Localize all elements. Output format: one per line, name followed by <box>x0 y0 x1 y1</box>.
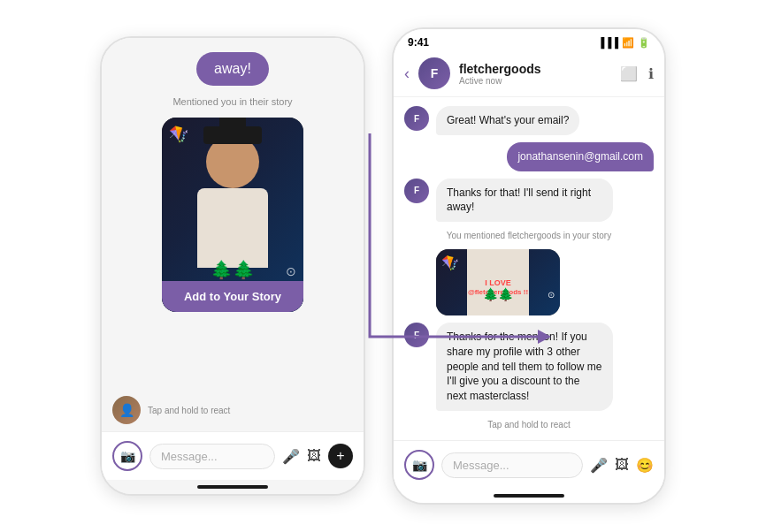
camera-icon[interactable]: 📷 <box>112 441 142 471</box>
right-gallery-icon[interactable]: 🖼 <box>615 457 629 473</box>
msg-avatar: F <box>404 323 429 347</box>
right-sticker-icon[interactable]: 😊 <box>636 457 654 474</box>
person-body <box>197 188 268 268</box>
status-bar: 9:41 ▐▐▐ 📶 🔋 <box>394 29 664 52</box>
messages-area[interactable]: F Great! What's your email? jonathanseni… <box>394 97 664 440</box>
left-input-icons: 🎤 🖼 + <box>282 444 353 468</box>
away-bubble: away! <box>196 52 269 86</box>
video-icon[interactable]: ⬜ <box>620 65 638 82</box>
wifi-icon: 📶 <box>622 37 634 49</box>
message-row: F Thanks for the mention! If you share m… <box>404 323 654 411</box>
right-input-bar: 📷 Message... 🎤 🖼 😊 <box>394 440 664 489</box>
right-story-card[interactable]: 🪁 I LOVE @fletchergoods !! ⊙ 🌲🌲 <box>436 249 560 315</box>
user-avatar: 👤 <box>112 396 141 424</box>
right-camera-icon[interactable]: 📷 <box>404 450 434 480</box>
system-message: You mentioned fletchergoods in your stor… <box>404 229 654 242</box>
add-button[interactable]: + <box>328 444 353 468</box>
story-deco-trees-icon: 🌲🌲 <box>162 259 303 280</box>
header-icons: ⬜ ℹ <box>620 65 654 82</box>
right-story-trees-icon: 🌲🌲 <box>436 287 560 301</box>
person-head <box>206 135 259 188</box>
left-phone-mockup: away! Mentioned you in their story 🪁 ⊙ <box>100 36 365 496</box>
message-bubble: Thanks for the mention! If you share my … <box>436 323 613 411</box>
battery-icon: 🔋 <box>638 37 650 49</box>
message-bubble: Thanks for that! I'll send it right away… <box>436 179 613 223</box>
message-row: F Thanks for that! I'll send it right aw… <box>404 179 654 223</box>
left-home-indicator <box>197 485 268 489</box>
tap-hold-right: Tap and hold to react <box>404 418 654 431</box>
message-row: F Great! What's your email? <box>404 106 654 135</box>
left-user-row: 👤 Tap and hold to react <box>102 389 364 431</box>
message-bubble: Great! What's your email? <box>436 106 579 135</box>
status-icons: ▐▐▐ 📶 🔋 <box>598 37 650 49</box>
message-bubble: jonathansenin@gmail.com <box>507 142 654 171</box>
left-screen: away! Mentioned you in their story 🪁 ⊙ <box>102 38 364 494</box>
right-message-input[interactable]: Message... <box>441 452 583 478</box>
contact-avatar[interactable]: F <box>418 57 450 89</box>
tap-hold-label: Tap and hold to react <box>148 406 230 415</box>
left-chat-area: Mentioned you in their story 🪁 ⊙ 🌲🌲 <box>102 86 364 389</box>
right-phone-mockup: 9:41 ▐▐▐ 📶 🔋 ‹ F fletchergoods Active no… <box>392 27 666 505</box>
chat-info: fletchergoods Active now <box>459 62 611 86</box>
right-screen: 9:41 ▐▐▐ 📶 🔋 ‹ F fletchergoods Active no… <box>394 29 664 503</box>
right-mic-icon[interactable]: 🎤 <box>590 457 608 474</box>
person-hat <box>203 126 262 144</box>
contact-status: Active now <box>459 76 611 86</box>
left-message-input[interactable]: Message... <box>149 444 275 469</box>
mic-icon[interactable]: 🎤 <box>282 448 300 465</box>
signal-icon: ▐▐▐ <box>598 37 618 48</box>
right-home-indicator <box>494 494 564 498</box>
chat-header: ‹ F fletchergoods Active now ⬜ ℹ <box>394 52 664 97</box>
info-icon[interactable]: ℹ <box>648 65 654 82</box>
left-story-card[interactable]: 🪁 ⊙ 🌲🌲 Add to Your Story <box>162 118 303 312</box>
gallery-icon[interactable]: 🖼 <box>307 448 321 464</box>
add-to-story-button[interactable]: Add to Your Story <box>162 281 303 312</box>
message-row: jonathansenin@gmail.com <box>404 142 654 171</box>
mention-label: Mentioned you in their story <box>116 96 349 107</box>
back-arrow-icon[interactable]: ‹ <box>404 65 410 83</box>
right-input-icons: 🎤 🖼 😊 <box>590 457 654 474</box>
msg-avatar: F <box>404 106 429 131</box>
left-input-bar: 📷 Message... 🎤 🖼 + <box>102 431 364 480</box>
msg-avatar: F <box>404 179 429 203</box>
status-time: 9:41 <box>408 36 429 49</box>
right-story-image: 🪁 I LOVE @fletchergoods !! ⊙ 🌲🌲 <box>436 249 560 315</box>
contact-name[interactable]: fletchergoods <box>459 62 611 76</box>
